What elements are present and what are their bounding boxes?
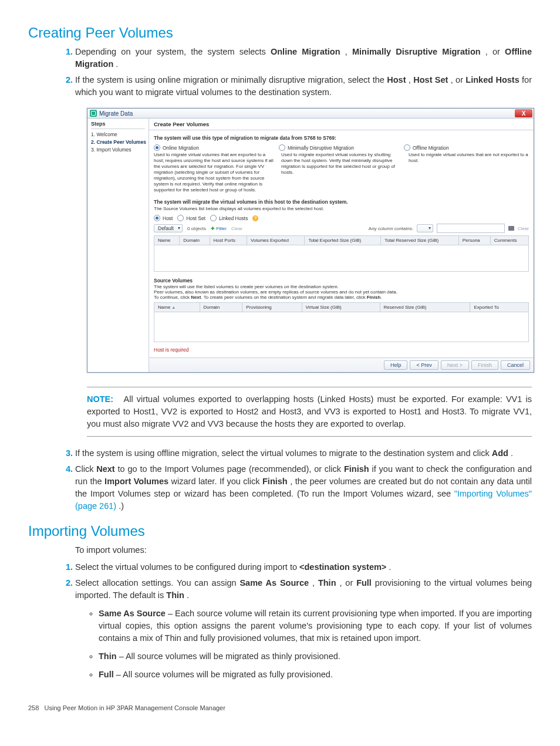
radio-minimally-disruptive-migration[interactable]: Minimally Disruptive Migration — [279, 144, 404, 151]
hosts-table[interactable]: Name Domain Host Ports Volumes Exported … — [154, 235, 529, 245]
cancel-button[interactable]: Cancel — [501, 360, 530, 370]
migration-type-radio-group: Online Migration Minimally Disruptive Mi… — [154, 144, 529, 151]
panel-title: Create Peer Volumes — [149, 119, 534, 130]
ordered-steps-1-cont: If the system is using offline migration… — [75, 447, 532, 512]
col-reserved-size[interactable]: Reserved Size (GiB) — [380, 303, 470, 312]
radio-host[interactable]: Host — [154, 215, 173, 221]
provisioning-options-list: Same As Source – Each source volume will… — [99, 607, 532, 681]
source-volumes-desc-1: The system will use the listed volumes t… — [154, 284, 529, 289]
clear-filter-2-link[interactable]: Clear — [518, 226, 529, 231]
radio-offline-migration[interactable]: Offline Migration — [404, 144, 529, 151]
col-host-ports[interactable]: Host Ports — [210, 236, 247, 245]
radio-icon — [177, 215, 184, 221]
note-body: All virtual volumes exported to overlapp… — [87, 394, 532, 428]
filter-link[interactable]: ✚ Filter — [211, 226, 227, 231]
ordered-steps-1: Depending on your system, the system sel… — [75, 46, 532, 99]
wizard-step-import-volumes[interactable]: 3. Import Volumes — [91, 147, 145, 153]
option-thin: Thin – All source volumes will be migrat… — [99, 650, 532, 663]
col-domain[interactable]: Domain — [180, 236, 210, 245]
step-3: If the system is using offline migration… — [75, 447, 532, 460]
radio-linked-hosts[interactable]: Linked Hosts — [210, 215, 248, 221]
page-footer: 258 Using Peer Motion in HP 3PAR Managem… — [28, 704, 532, 711]
importing-intro: To import volumes: — [75, 544, 532, 556]
col-name[interactable]: Name — [154, 236, 180, 245]
dialog-title: Migrate Data — [99, 110, 133, 117]
migration-type-label: The system will use this type of migrati… — [154, 135, 529, 141]
radio-host-set[interactable]: Host Set — [177, 215, 205, 221]
source-volumes-desc-2: Peer volumes, also known as destination … — [154, 289, 529, 295]
validation-error: Host is required — [154, 347, 529, 353]
note-box: NOTE: All virtual volumes exported to ov… — [87, 387, 532, 437]
migrate-data-dialog-screenshot: Migrate Data X Steps 1. Welcome 2. Creat… — [87, 108, 532, 373]
dialog-titlebar[interactable]: Migrate Data X — [87, 109, 534, 119]
col-virtual-size[interactable]: Virtual Size (GiB) — [302, 303, 380, 312]
col-total-reserved-size[interactable]: Total Reserved Size (GiB) — [381, 236, 459, 245]
step-1-text: Depending on your system, the system sel… — [75, 47, 271, 56]
desc-offline: Used to migrate virtual volumes that are… — [409, 152, 529, 193]
filter-icon: ✚ — [211, 226, 215, 231]
object-count: 0 objects — [187, 226, 206, 231]
import-step-1: Select the virtual volumes to be configu… — [75, 561, 532, 573]
col-total-exported-size[interactable]: Total Exported Size (GiB) — [305, 236, 381, 245]
prev-button[interactable]: < Prev — [410, 360, 438, 370]
option-full: Full – All source volumes will be migrat… — [99, 669, 532, 681]
source-volumes-header: Source Volumes — [154, 278, 529, 283]
app-icon — [90, 110, 97, 117]
host-migrate-label-2: The Source Volumes list below displays a… — [154, 206, 529, 211]
step-2: If the system is using online migration … — [75, 74, 532, 99]
step-1-bold-online: Online Migration — [271, 47, 340, 56]
hosts-table-body[interactable] — [154, 245, 529, 272]
heading-creating-peer-volumes: Creating Peer Volumes — [28, 25, 532, 41]
radio-online-migration[interactable]: Online Migration — [154, 144, 279, 151]
wizard-step-welcome[interactable]: 1. Welcome — [91, 131, 145, 137]
desc-online: Used to migrate virtual volumes that are… — [154, 152, 274, 193]
footer-text: Using Peer Motion in HP 3PAR Management … — [45, 704, 225, 711]
heading-importing-volumes: Importing Volumes — [28, 523, 532, 539]
desc-minimally-disruptive: Used to migrate exported virtual volumes… — [281, 152, 402, 193]
help-button[interactable]: Help — [384, 360, 408, 370]
close-icon[interactable]: X — [515, 109, 532, 117]
step-1: Depending on your system, the system sel… — [75, 46, 532, 70]
any-column-op-dropdown[interactable] — [417, 224, 433, 232]
source-volumes-table[interactable]: Name▲ Domain Provisioning Virtual Size (… — [154, 302, 529, 312]
source-volumes-desc-3: To continue, click Next. To create peer … — [154, 295, 529, 300]
clear-filter-link[interactable]: Clear — [231, 226, 242, 231]
filter-default-dropdown[interactable]: Default — [154, 224, 183, 232]
wizard-steps-panel: Steps 1. Welcome 2. Create Peer Volumes … — [87, 119, 149, 372]
col-name[interactable]: Name▲ — [154, 303, 200, 312]
col-exported-to[interactable]: Exported To — [470, 303, 529, 312]
step-1-bold-mdm: Minimally Disruptive Migration — [352, 47, 481, 56]
help-icon[interactable]: ? — [252, 215, 258, 221]
host-migrate-label-1: The system will migrate the virtual volu… — [154, 199, 529, 205]
import-step-2: Select allocation settings. You can assi… — [75, 577, 532, 681]
print-icon[interactable] — [508, 226, 514, 231]
any-column-contains-label: Any column contains: — [369, 226, 413, 231]
col-provisioning[interactable]: Provisioning — [242, 303, 302, 312]
next-button[interactable]: Next > — [441, 360, 469, 370]
wizard-step-create-peer-volumes[interactable]: 2. Create Peer Volumes — [91, 139, 145, 145]
note-keyword: NOTE: — [87, 394, 113, 404]
filter-text-input[interactable] — [437, 224, 505, 233]
radio-icon — [210, 215, 217, 221]
radio-icon — [154, 215, 160, 221]
col-volumes-exported[interactable]: Volumes Exported — [247, 236, 305, 245]
col-domain[interactable]: Domain — [200, 303, 242, 312]
option-same-as-source: Same As Source – Each source volume will… — [99, 607, 532, 644]
col-persona[interactable]: Persona — [458, 236, 490, 245]
wizard-steps-header: Steps — [91, 121, 145, 129]
radio-icon — [279, 144, 285, 151]
finish-button[interactable]: Finish — [471, 360, 498, 370]
ordered-steps-importing: Select the virtual volumes to be configu… — [75, 561, 532, 681]
dialog-button-bar: Help < Prev Next > Finish Cancel — [149, 357, 534, 372]
radio-icon — [404, 144, 410, 151]
radio-icon — [154, 144, 160, 151]
step-4: Click Next to go to the Import Volumes p… — [75, 463, 532, 512]
col-comments[interactable]: Comments — [490, 236, 528, 245]
host-type-radio-group: Host Host Set Linked Hosts ? — [154, 215, 529, 221]
source-volumes-table-body[interactable] — [154, 312, 529, 342]
sort-asc-icon: ▲ — [171, 305, 176, 309]
page-number: 258 — [28, 704, 39, 711]
